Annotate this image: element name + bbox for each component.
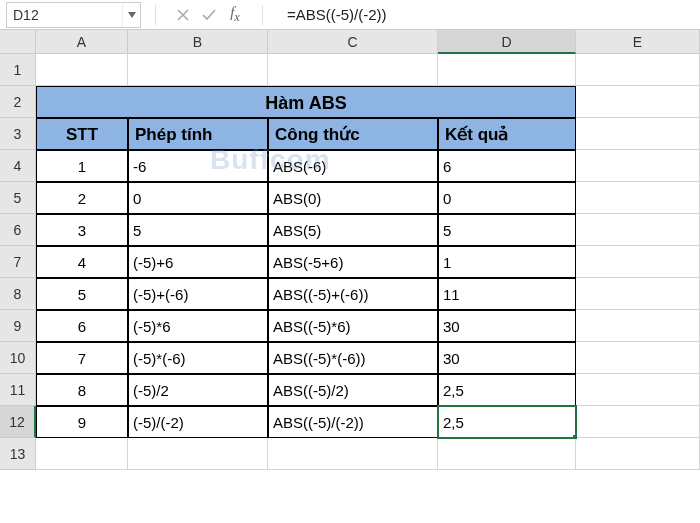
column-headers: ABCDE [36, 30, 700, 54]
table-row: 5(-5)+(-6)ABS((-5)+(-6))11 [36, 278, 700, 310]
name-box[interactable]: D12 [6, 2, 141, 28]
header-stt[interactable]: STT [36, 118, 128, 150]
header-phep-tinh[interactable]: Phép tính [128, 118, 268, 150]
row-header-9[interactable]: 9 [0, 310, 36, 342]
cell-stt-8[interactable]: 5 [36, 278, 128, 310]
row-header-2[interactable]: 2 [0, 86, 36, 118]
header-ket-qua[interactable]: Kết quả [438, 118, 576, 150]
cell-ketqua-4[interactable]: 6 [438, 150, 576, 182]
cell-congthuc-4[interactable]: ABS(-6) [268, 150, 438, 182]
column-header-E[interactable]: E [576, 30, 700, 54]
confirm-button[interactable] [196, 9, 222, 21]
cell-pheptinh-5[interactable]: 0 [128, 182, 268, 214]
cell-D1[interactable] [438, 54, 576, 86]
spreadsheet-grid: ABCDE 12345678910111213 Hàm ABSSTTPhép t… [0, 30, 700, 470]
table-row: Hàm ABS [36, 86, 700, 118]
cell-pheptinh-7[interactable]: (-5)+6 [128, 246, 268, 278]
cell-E7[interactable] [576, 246, 700, 278]
cell-stt-7[interactable]: 4 [36, 246, 128, 278]
row-header-5[interactable]: 5 [0, 182, 36, 214]
cell-ketqua-8[interactable]: 11 [438, 278, 576, 310]
cell-ketqua-10[interactable]: 30 [438, 342, 576, 374]
row-header-10[interactable]: 10 [0, 342, 36, 374]
cell-stt-6[interactable]: 3 [36, 214, 128, 246]
table-row: 7(-5)*(-6)ABS((-5)*(-6))30 [36, 342, 700, 374]
cell-pheptinh-8[interactable]: (-5)+(-6) [128, 278, 268, 310]
fill-handle[interactable] [572, 434, 576, 438]
cell-pheptinh-6[interactable]: 5 [128, 214, 268, 246]
column-header-B[interactable]: B [128, 30, 268, 54]
cell-congthuc-9[interactable]: ABS((-5)*6) [268, 310, 438, 342]
cell-D13[interactable] [438, 438, 576, 470]
table-row: 35ABS(5)5 [36, 214, 700, 246]
cell-stt-12[interactable]: 9 [36, 406, 128, 438]
cell-congthuc-5[interactable]: ABS(0) [268, 182, 438, 214]
cell-congthuc-8[interactable]: ABS((-5)+(-6)) [268, 278, 438, 310]
table-row: 1-6ABS(-6)6 [36, 150, 700, 182]
cells-area[interactable]: Hàm ABSSTTPhép tínhCông thứcKết quả1-6AB… [36, 54, 700, 470]
cell-B13[interactable] [128, 438, 268, 470]
row-header-8[interactable]: 8 [0, 278, 36, 310]
header-cong-thuc[interactable]: Công thức [268, 118, 438, 150]
divider [155, 5, 156, 25]
cell-A1[interactable] [36, 54, 128, 86]
cell-ketqua-9[interactable]: 30 [438, 310, 576, 342]
row-header-1[interactable]: 1 [0, 54, 36, 86]
cell-ketqua-7[interactable]: 1 [438, 246, 576, 278]
cell-congthuc-10[interactable]: ABS((-5)*(-6)) [268, 342, 438, 374]
select-all-corner[interactable] [0, 30, 36, 54]
cell-E2[interactable] [576, 86, 700, 118]
column-header-D[interactable]: D [438, 30, 576, 54]
cell-congthuc-6[interactable]: ABS(5) [268, 214, 438, 246]
cell-B1[interactable] [128, 54, 268, 86]
cell-E11[interactable] [576, 374, 700, 406]
cell-ketqua-6[interactable]: 5 [438, 214, 576, 246]
cell-stt-4[interactable]: 1 [36, 150, 128, 182]
cell-congthuc-12[interactable]: ABS((-5)/(-2)) [268, 406, 438, 438]
row-headers: 12345678910111213 [0, 54, 36, 470]
cell-congthuc-11[interactable]: ABS((-5)/2) [268, 374, 438, 406]
cell-ketqua-5[interactable]: 0 [438, 182, 576, 214]
table-title[interactable]: Hàm ABS [36, 86, 576, 118]
fx-icon[interactable]: fx [222, 4, 248, 25]
cell-ketqua-11[interactable]: 2,5 [438, 374, 576, 406]
cell-E4[interactable] [576, 150, 700, 182]
cell-stt-10[interactable]: 7 [36, 342, 128, 374]
row-header-7[interactable]: 7 [0, 246, 36, 278]
column-header-C[interactable]: C [268, 30, 438, 54]
cell-E5[interactable] [576, 182, 700, 214]
cell-E10[interactable] [576, 342, 700, 374]
cell-stt-5[interactable]: 2 [36, 182, 128, 214]
formula-input[interactable]: =ABS((-5)/(-2)) [277, 6, 700, 23]
cell-congthuc-7[interactable]: ABS(-5+6) [268, 246, 438, 278]
cell-ketqua-12[interactable]: 2,5 [438, 406, 576, 438]
cancel-button[interactable] [170, 9, 196, 21]
row-header-3[interactable]: 3 [0, 118, 36, 150]
cell-C1[interactable] [268, 54, 438, 86]
cell-pheptinh-12[interactable]: (-5)/(-2) [128, 406, 268, 438]
cell-stt-9[interactable]: 6 [36, 310, 128, 342]
cell-A13[interactable] [36, 438, 128, 470]
table-row: 20ABS(0)0 [36, 182, 700, 214]
cell-E8[interactable] [576, 278, 700, 310]
column-header-A[interactable]: A [36, 30, 128, 54]
row-header-11[interactable]: 11 [0, 374, 36, 406]
cell-C13[interactable] [268, 438, 438, 470]
cell-pheptinh-11[interactable]: (-5)/2 [128, 374, 268, 406]
cell-E3[interactable] [576, 118, 700, 150]
cell-E12[interactable] [576, 406, 700, 438]
cell-E1[interactable] [576, 54, 700, 86]
row-header-13[interactable]: 13 [0, 438, 36, 470]
row-header-4[interactable]: 4 [0, 150, 36, 182]
cell-E6[interactable] [576, 214, 700, 246]
cell-pheptinh-10[interactable]: (-5)*(-6) [128, 342, 268, 374]
cell-pheptinh-4[interactable]: -6 [128, 150, 268, 182]
row-header-12[interactable]: 12 [0, 406, 36, 438]
cell-E9[interactable] [576, 310, 700, 342]
row-header-6[interactable]: 6 [0, 214, 36, 246]
table-row [36, 438, 700, 470]
cell-stt-11[interactable]: 8 [36, 374, 128, 406]
cell-pheptinh-9[interactable]: (-5)*6 [128, 310, 268, 342]
name-box-dropdown-icon[interactable] [122, 3, 140, 27]
cell-E13[interactable] [576, 438, 700, 470]
